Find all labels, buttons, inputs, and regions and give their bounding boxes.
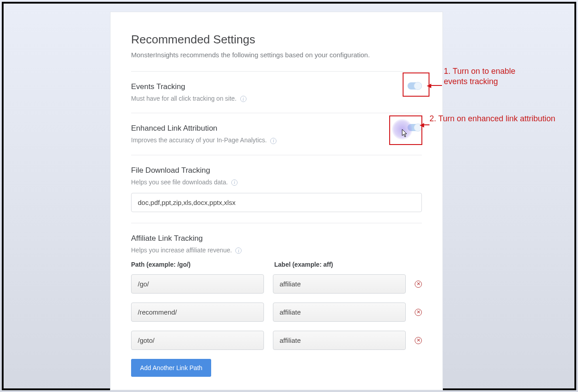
page-title: Recommended Settings bbox=[131, 33, 422, 47]
file-download-title: File Download Tracking bbox=[131, 166, 422, 175]
events-tracking-section: Events Tracking Must have for all click … bbox=[131, 72, 422, 113]
affiliate-path-input[interactable] bbox=[131, 303, 264, 322]
affiliate-row: ✕ bbox=[131, 331, 422, 350]
remove-row-button[interactable]: ✕ bbox=[415, 281, 422, 288]
label-column-header: Label (example: aff) bbox=[274, 261, 408, 268]
annotation-arrow-2 bbox=[423, 124, 429, 125]
ela-desc-text: Improves the accuracy of your In-Page An… bbox=[131, 136, 267, 144]
affiliate-columns-header: Path (example: /go/) Label (example: aff… bbox=[131, 261, 422, 268]
add-link-path-button[interactable]: Add Another Link Path bbox=[131, 359, 211, 377]
settings-panel: Recommended Settings MonsterInsights rec… bbox=[110, 12, 443, 390]
affiliate-path-input[interactable] bbox=[131, 274, 264, 294]
screenshot-frame: Recommended Settings MonsterInsights rec… bbox=[2, 2, 576, 390]
info-icon[interactable]: i bbox=[231, 179, 238, 186]
ela-desc: Improves the accuracy of your In-Page An… bbox=[131, 136, 276, 144]
page-subtitle: MonsterInsights recommends the following… bbox=[131, 51, 422, 59]
affiliate-desc-text: Helps you increase affiliate revenue. bbox=[131, 247, 232, 254]
annotation-text-1: 1. Turn on to enable events tracking bbox=[444, 66, 533, 86]
cursor-icon bbox=[402, 129, 408, 138]
affiliate-label-input[interactable] bbox=[273, 331, 406, 350]
path-column-header: Path (example: /go/) bbox=[131, 261, 265, 268]
annotation-box-1 bbox=[403, 72, 429, 97]
affiliate-section: Affiliate Link Tracking Helps you increa… bbox=[131, 223, 422, 388]
file-download-desc: Helps you see file downloads data. i bbox=[131, 179, 422, 186]
affiliate-path-input[interactable] bbox=[131, 331, 264, 350]
enhanced-link-attribution-section: Enhanced Link Attribution Improves the a… bbox=[131, 113, 422, 154]
events-tracking-title: Events Tracking bbox=[131, 82, 246, 91]
file-download-section: File Download Tracking Helps you see fil… bbox=[131, 155, 422, 223]
info-icon[interactable]: i bbox=[235, 247, 242, 254]
file-download-desc-text: Helps you see file downloads data. bbox=[131, 179, 228, 186]
affiliate-title: Affiliate Link Tracking bbox=[131, 234, 422, 243]
events-tracking-desc: Must have for all click tracking on site… bbox=[131, 95, 246, 102]
affiliate-row: ✕ bbox=[131, 274, 422, 294]
annotation-arrow-1 bbox=[430, 85, 442, 86]
file-extensions-input[interactable] bbox=[131, 193, 422, 212]
remove-row-button[interactable]: ✕ bbox=[415, 337, 422, 344]
affiliate-desc: Helps you increase affiliate revenue. i bbox=[131, 247, 422, 254]
affiliate-row: ✕ bbox=[131, 303, 422, 322]
remove-row-button[interactable]: ✕ bbox=[415, 309, 422, 316]
affiliate-label-input[interactable] bbox=[273, 303, 406, 322]
ela-title: Enhanced Link Attribution bbox=[131, 124, 276, 133]
annotation-text-2: 2. Turn on enhanced link attribution bbox=[429, 114, 573, 124]
info-icon[interactable]: i bbox=[240, 96, 246, 102]
info-icon[interactable]: i bbox=[270, 138, 276, 144]
affiliate-label-input[interactable] bbox=[273, 274, 406, 294]
events-tracking-desc-text: Must have for all click tracking on site… bbox=[131, 95, 237, 102]
